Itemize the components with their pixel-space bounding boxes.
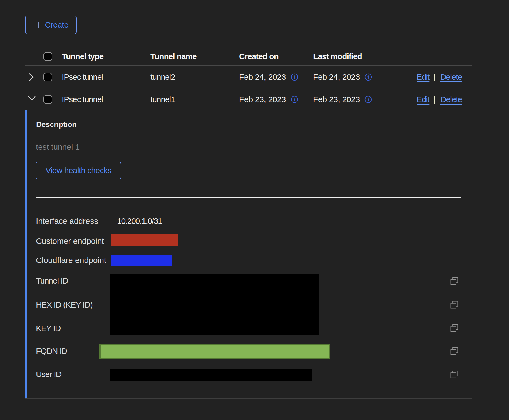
svg-text:i: i	[367, 97, 369, 102]
svg-text:i: i	[294, 97, 295, 102]
svg-text:i: i	[367, 74, 369, 80]
svg-text:i: i	[294, 74, 295, 80]
